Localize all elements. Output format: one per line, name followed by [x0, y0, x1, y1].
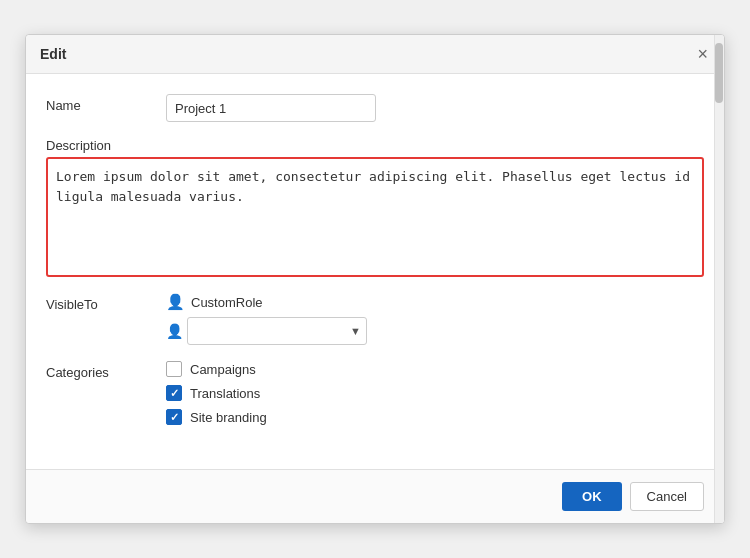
name-label: Name	[46, 94, 166, 113]
name-row: Name	[46, 94, 704, 122]
close-button[interactable]: ×	[695, 45, 710, 63]
category-item-campaigns: Campaigns	[166, 361, 267, 377]
dropdown-row: 👤 ▼	[166, 317, 367, 345]
name-input[interactable]	[166, 94, 376, 122]
category-item-site-branding: Site branding	[166, 409, 267, 425]
dialog-footer: OK Cancel	[26, 469, 724, 523]
dropdown-wrapper: ▼	[187, 317, 367, 345]
site-branding-label: Site branding	[190, 410, 267, 425]
category-item-translations: Translations	[166, 385, 267, 401]
translations-checkbox[interactable]	[166, 385, 182, 401]
categories-label: Categories	[46, 361, 166, 380]
cancel-button[interactable]: Cancel	[630, 482, 704, 511]
campaigns-checkbox[interactable]	[166, 361, 182, 377]
ok-button[interactable]: OK	[562, 482, 622, 511]
visible-to-row: VisibleTo 👤 CustomRole 👤 ▼	[46, 293, 704, 345]
scrollbar-track	[714, 35, 724, 523]
visible-to-label: VisibleTo	[46, 293, 166, 312]
campaigns-label: Campaigns	[190, 362, 256, 377]
custom-role-person-icon: 👤	[166, 293, 185, 311]
dialog-title-bar: Edit ×	[26, 35, 724, 74]
site-branding-checkbox[interactable]	[166, 409, 182, 425]
custom-role-row: 👤 CustomRole	[166, 293, 367, 311]
description-label: Description	[46, 138, 704, 153]
dialog-title: Edit	[40, 46, 66, 62]
visible-to-control: 👤 CustomRole 👤 ▼	[166, 293, 367, 345]
description-textarea[interactable]: Lorem ipsum dolor sit amet, consectetur …	[46, 157, 704, 277]
role-dropdown[interactable]	[187, 317, 367, 345]
scrollbar-thumb[interactable]	[715, 43, 723, 103]
dialog-body: Name Description Lorem ipsum dolor sit a…	[26, 74, 724, 469]
description-row: Description Lorem ipsum dolor sit amet, …	[46, 138, 704, 277]
translations-label: Translations	[190, 386, 260, 401]
name-control	[166, 94, 704, 122]
dropdown-person-icon: 👤	[166, 323, 183, 339]
edit-dialog: Edit × Name Description Lorem ipsum dolo…	[25, 34, 725, 524]
categories-row: Categories Campaigns Translations Site b…	[46, 361, 704, 425]
categories-list: Campaigns Translations Site branding	[166, 361, 267, 425]
custom-role-label: CustomRole	[191, 295, 263, 310]
